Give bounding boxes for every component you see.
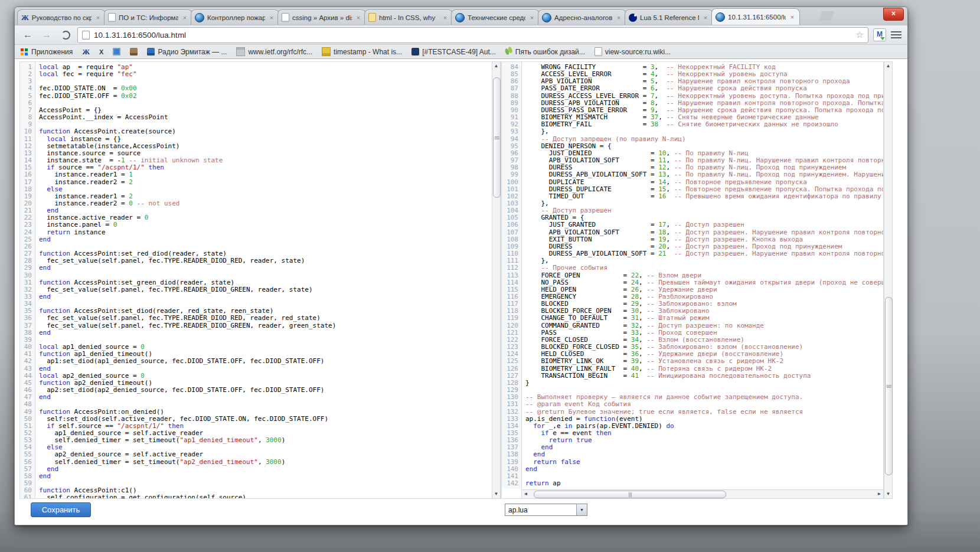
thumb-grip <box>495 138 499 138</box>
code-line: end <box>39 264 492 272</box>
bookmark-item-10[interactable]: Пять ошибок дизай... <box>505 48 585 56</box>
bookmark-item-2[interactable]: Ж <box>82 47 90 57</box>
bookmark-label: [#TESTCASE-49] Aut... <box>422 48 496 56</box>
bookmark-item-3[interactable]: X <box>99 48 103 55</box>
line-number: 55 <box>20 451 35 458</box>
right-editor-code[interactable]: WRONG_FACILITY = 3, -- Некорректный FACI… <box>522 62 883 489</box>
tab-title: Технические средс <box>468 14 525 21</box>
tab-9[interactable]: 10.1.31.161:6500/lua× <box>711 8 800 25</box>
code-line: function AccessPoint:on_denied() <box>39 409 492 416</box>
reload-button[interactable] <box>58 28 73 42</box>
bookmark-item-7[interactable]: www.ietf.org/rfc/rfc... <box>236 47 312 56</box>
page-vscrollbar[interactable]: ▲ ▼ <box>884 61 893 499</box>
page-icon <box>108 13 116 22</box>
window-close-button[interactable]: × <box>883 8 904 21</box>
code-line: end <box>39 236 492 243</box>
line-number: 48 <box>20 401 35 408</box>
extension-icon[interactable]: M <box>873 28 886 41</box>
code-line: self.denied_timer = set_timeout("ap2_den… <box>39 459 492 466</box>
scroll-up-icon[interactable]: ▲ <box>884 62 892 70</box>
tab-close-icon[interactable]: × <box>789 14 796 21</box>
scroll-up-icon[interactable]: ▲ <box>492 62 500 70</box>
code-line: BIOMETRY_FAIL = 38 -- Снятие биометричес… <box>525 121 883 128</box>
line-number: 126 <box>502 365 521 373</box>
back-button[interactable]: ← <box>21 28 35 42</box>
bookmark-item-5[interactable] <box>130 48 138 55</box>
bookmark-label: Радио Эрмитаж — ... <box>158 48 227 56</box>
tab-5[interactable]: html - In CSS, why× <box>364 9 453 25</box>
line-number: 132 <box>502 409 521 416</box>
bookmark-item-8[interactable]: timestamp - What is... <box>322 47 402 56</box>
line-number: 10 <box>20 128 35 135</box>
tab-7[interactable]: Адресно-аналогов× <box>538 9 626 25</box>
page-scroll-thumb[interactable] <box>885 297 893 475</box>
code-line <box>39 272 492 279</box>
forward-button[interactable]: → <box>40 28 54 42</box>
tab-6[interactable]: Технические средс× <box>451 9 540 25</box>
tab-close-icon[interactable]: × <box>268 14 275 21</box>
code-line: } <box>525 380 883 387</box>
left-editor-vscrollbar[interactable]: ▲ ▼ <box>492 61 501 499</box>
tab-3[interactable]: Контроллер пожар× <box>191 9 279 25</box>
gray-square-icon <box>236 47 245 56</box>
wrench-menu-icon[interactable] <box>891 31 901 39</box>
new-tab-button[interactable] <box>819 11 834 21</box>
code-line <box>525 473 883 480</box>
left-editor-code[interactable]: local ap = require "ap"local fec = requi… <box>35 62 492 498</box>
bookmark-star-icon[interactable]: ☆ <box>856 30 864 40</box>
line-number: 112 <box>502 264 521 272</box>
line-number: 106 <box>502 221 521 228</box>
right-editor[interactable]: 8485868788899091929394959697989910010110… <box>501 61 884 499</box>
tab-1[interactable]: ЖРуководство по скр× <box>17 9 106 25</box>
scroll-left-icon[interactable]: ◄ <box>522 490 530 498</box>
code-line: function AccessPoint.create(source) <box>39 128 492 135</box>
line-number: 23 <box>20 221 35 228</box>
tab-close-icon[interactable]: × <box>355 14 362 21</box>
reload-icon <box>61 31 70 40</box>
line-number: 107 <box>502 229 521 236</box>
url-text[interactable]: 10.1.31.161:6500/lua.html <box>94 31 852 40</box>
tab-close-icon[interactable]: × <box>442 14 449 21</box>
left-editor[interactable]: 1234567891011121314151617181920212223242… <box>19 61 501 499</box>
save-button[interactable]: Сохранить <box>31 502 91 517</box>
code-line: end <box>39 329 492 337</box>
tab-close-icon[interactable]: × <box>702 14 709 21</box>
code-line: end <box>39 293 492 301</box>
code-line: -- Доступ запрещен (по правилу N-лиц) <box>525 136 883 143</box>
file-select[interactable]: ap.lua ▼ <box>505 504 587 516</box>
line-number: 101 <box>502 186 521 193</box>
tab-4[interactable]: cssing » Архив » dis× <box>277 9 366 25</box>
tab-close-icon[interactable]: × <box>528 14 535 21</box>
line-number: 29 <box>20 264 35 272</box>
lua-icon <box>629 14 637 22</box>
scroll-down-icon[interactable]: ▼ <box>492 490 500 498</box>
bookmark-item-4[interactable] <box>113 48 120 55</box>
tab-close-icon[interactable]: × <box>615 14 622 21</box>
code-line: fec.DIOD_STATE.ON = 0x00 <box>39 85 492 92</box>
left-editor-scroll-thumb[interactable] <box>493 77 501 198</box>
line-number: 139 <box>502 459 521 466</box>
tab-title: 10.1.31.161:6500/lua <box>728 14 786 21</box>
tab-close-icon[interactable]: × <box>181 14 188 21</box>
tab-close-icon[interactable]: × <box>94 14 102 21</box>
code-line: ap.is_denied = function(event) <box>525 416 883 423</box>
code-line: ap1:set_diod(ap1_denied_source, fec.DIOD… <box>39 358 492 365</box>
code-line: return true <box>525 437 883 444</box>
bookmark-item-6[interactable]: Радио Эрмитаж — ... <box>147 48 227 56</box>
tab-8[interactable]: Lua 5.1 Reference M× <box>625 9 713 25</box>
right-editor-hscroll-thumb[interactable] <box>534 491 726 498</box>
tab-2[interactable]: ПО и ТС: Информа× <box>104 9 192 25</box>
bookmark-label: Приложения <box>31 48 73 56</box>
scroll-right-icon[interactable]: ► <box>876 490 883 498</box>
bookmark-item-9[interactable]: [#TESTCASE-49] Aut... <box>411 48 496 56</box>
address-bar[interactable]: 10.1.31.161:6500/lua.html ☆ <box>77 27 868 43</box>
bookmark-item-11[interactable]: view-source:ru.wiki... <box>594 47 671 56</box>
page-icon <box>82 31 90 40</box>
scroll-down-icon[interactable]: ▼ <box>884 490 892 498</box>
right-editor-hscrollbar[interactable]: ◄ ► <box>521 489 884 499</box>
chevron-down-icon[interactable]: ▼ <box>576 504 587 515</box>
code-line: return instance <box>39 229 492 236</box>
bookmark-item-1[interactable]: Приложения <box>21 48 73 56</box>
line-number: 42 <box>20 358 35 365</box>
blue-round-icon <box>716 12 725 22</box>
